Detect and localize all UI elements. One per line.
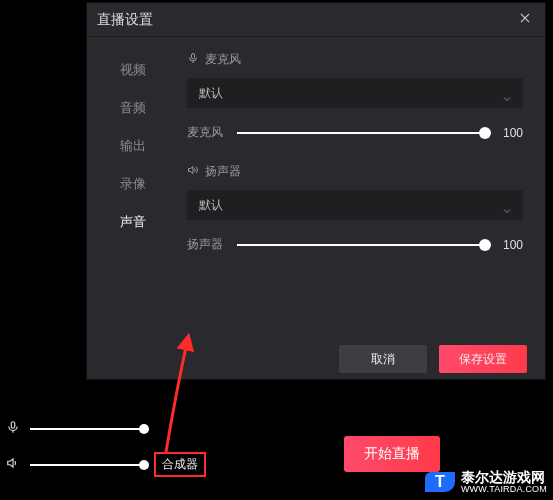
watermark-name: 泰尔达游戏网 [461, 470, 547, 484]
sidebar-item-record[interactable]: 录像 [87, 165, 179, 203]
watermark-url: WWW.TAIRDA.COM [461, 484, 547, 494]
speaker-volume-label: 扬声器 [187, 236, 227, 253]
dialog-header: 直播设置 [87, 3, 545, 37]
mic-volume-slider[interactable] [237, 132, 485, 134]
mic-section-header: 麦克风 [187, 51, 523, 68]
svg-rect-4 [11, 422, 15, 428]
sidebar-item-audio[interactable]: 音频 [87, 89, 179, 127]
svg-marker-3 [189, 167, 194, 174]
mic-device-dropdown[interactable]: 默认 [187, 78, 523, 108]
bottom-speaker-volume-thumb[interactable] [139, 460, 149, 470]
watermark: T 泰尔达游戏网 WWW.TAIRDA.COM [425, 470, 547, 494]
save-settings-button[interactable]: 保存设置 [439, 345, 527, 373]
microphone-icon [6, 420, 20, 438]
bottom-mic-volume-thumb[interactable] [139, 424, 149, 434]
speaker-section-header: 扬声器 [187, 163, 523, 180]
chevron-down-icon [501, 198, 513, 228]
dialog-title: 直播设置 [97, 11, 515, 29]
settings-sidebar: 视频 音频 输出 录像 声音 [87, 37, 179, 337]
mic-device-selected: 默认 [199, 86, 223, 100]
bottom-speaker-row: 合成器 [6, 452, 206, 477]
svg-marker-5 [8, 458, 13, 466]
speaker-volume-thumb[interactable] [479, 239, 491, 251]
chevron-down-icon [501, 86, 513, 116]
speaker-device-selected: 默认 [199, 198, 223, 212]
sidebar-item-video[interactable]: 视频 [87, 51, 179, 89]
close-icon[interactable] [515, 9, 535, 30]
dialog-footer: 取消 保存设置 [87, 337, 545, 381]
sidebar-item-sound[interactable]: 声音 [87, 203, 179, 241]
bottom-speaker-volume-slider[interactable] [30, 464, 144, 466]
bottom-mic-row [6, 420, 144, 438]
speaker-volume-value: 100 [495, 238, 523, 252]
live-settings-dialog: 直播设置 视频 音频 输出 录像 声音 麦克风 [86, 2, 546, 380]
mic-volume-row: 麦克风 100 [187, 124, 523, 141]
speaker-icon [6, 456, 20, 474]
watermark-badge: T [425, 472, 455, 492]
speaker-device-dropdown[interactable]: 默认 [187, 190, 523, 220]
mic-section-label: 麦克风 [205, 51, 241, 68]
speaker-section-label: 扬声器 [205, 163, 241, 180]
speaker-volume-row: 扬声器 100 [187, 236, 523, 253]
cancel-button[interactable]: 取消 [339, 345, 427, 373]
settings-panel-sound: 麦克风 默认 麦克风 100 [179, 37, 545, 337]
speaker-volume-slider[interactable] [237, 244, 485, 246]
mic-volume-label: 麦克风 [187, 124, 227, 141]
microphone-icon [187, 52, 199, 67]
bottom-mic-volume-slider[interactable] [30, 428, 144, 430]
sidebar-item-output[interactable]: 输出 [87, 127, 179, 165]
mic-volume-thumb[interactable] [479, 127, 491, 139]
mixer-button[interactable]: 合成器 [154, 452, 206, 477]
mic-volume-value: 100 [495, 126, 523, 140]
start-live-button[interactable]: 开始直播 [344, 436, 440, 472]
speaker-icon [187, 164, 199, 179]
svg-rect-2 [192, 54, 195, 60]
